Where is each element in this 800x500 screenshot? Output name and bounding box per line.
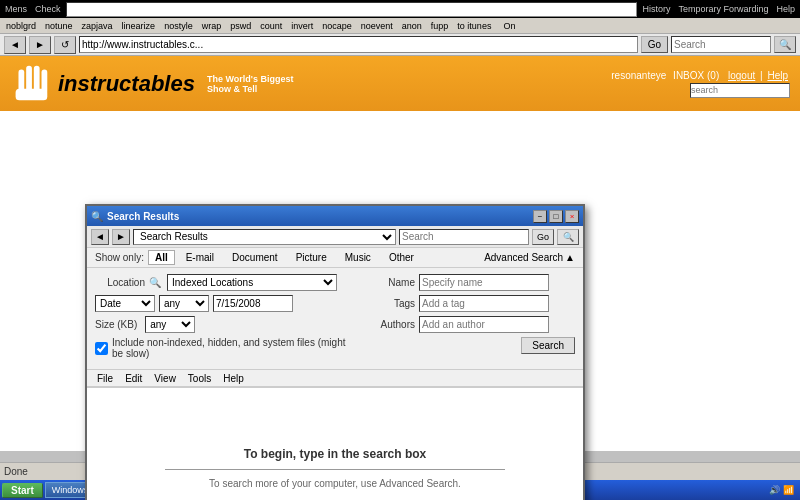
search-content-area: To begin, type in the search box To sear… (87, 387, 583, 500)
size-label: Size (KB) (95, 319, 137, 330)
tab-picture[interactable]: Picture (289, 250, 334, 265)
tagline-line2: Show & Tell (207, 84, 293, 94)
menu-file[interactable]: File (91, 372, 119, 385)
start-button[interactable]: Start (2, 483, 43, 498)
tagline-line1: The World's Biggest (207, 74, 293, 84)
date-input[interactable] (213, 295, 293, 312)
location-label: Location (95, 277, 145, 288)
on-label: On (500, 20, 518, 32)
show-only-bar: Show only: All E-mail Document Picture M… (87, 248, 583, 268)
menu-check[interactable]: Check (32, 3, 64, 15)
authors-row: Authors (375, 316, 575, 333)
size-any-select[interactable]: any (145, 316, 195, 333)
menu-view[interactable]: View (148, 372, 182, 385)
forward-btn[interactable]: ► (29, 36, 51, 54)
menu-history[interactable]: History (639, 3, 673, 15)
search-prompt: To begin, type in the search box (244, 447, 426, 461)
menu-mens[interactable]: Mens (2, 3, 30, 15)
tags-label: Tags (375, 298, 415, 309)
logout-link[interactable]: logout (728, 70, 755, 81)
authors-input[interactable] (419, 316, 549, 333)
dialog-icon: 🔍 (91, 211, 103, 222)
header-search (690, 83, 790, 98)
inbox-label[interactable]: INBOX (0) (673, 70, 719, 81)
bookmark-nocape[interactable]: nocape (318, 19, 356, 33)
name-input[interactable] (419, 274, 549, 291)
date-type-select[interactable]: Date (95, 295, 155, 312)
show-only-label: Show only: (95, 252, 144, 263)
search-go-btn[interactable]: Go (532, 229, 554, 245)
bookmark-to itunes[interactable]: to itunes (453, 19, 495, 33)
bookmark-notune[interactable]: notune (41, 19, 77, 33)
bookmark-zapjava[interactable]: zapjava (78, 19, 117, 33)
search-form: Location 🔍 Indexed Locations Date any (87, 268, 583, 369)
header-search-input[interactable] (690, 83, 790, 98)
location-row: Location 🔍 Indexed Locations (95, 274, 355, 291)
tab-dropdown[interactable]: Search Results (133, 229, 396, 245)
checkbox-row: Include non-indexed, hidden, and system … (95, 337, 355, 359)
browser-search-btn[interactable]: 🔍 (774, 36, 796, 53)
location-select[interactable]: Indexed Locations (167, 274, 337, 291)
menu-tools[interactable]: Tools (182, 372, 217, 385)
include-hidden-checkbox[interactable] (95, 342, 108, 355)
bookmark-linearize[interactable]: linearize (118, 19, 160, 33)
logo-area: instructables The World's Biggest Show &… (10, 60, 293, 108)
tab-all[interactable]: All (148, 250, 175, 265)
go-btn[interactable]: Go (641, 36, 668, 53)
menu-help[interactable]: Help (217, 372, 250, 385)
browser-search-input[interactable] (671, 36, 771, 53)
svg-rect-4 (16, 88, 48, 100)
menu-forwarding[interactable]: Temporary Forwarding (675, 3, 771, 15)
checkbox-label: Include non-indexed, hidden, and system … (112, 337, 355, 359)
size-row: Size (KB) any (95, 316, 355, 333)
tab-email[interactable]: E-mail (179, 250, 221, 265)
bookmark-nostyle[interactable]: nostyle (160, 19, 197, 33)
search-box[interactable] (399, 229, 529, 245)
authors-label: Authors (375, 319, 415, 330)
fwd-nav-btn[interactable]: ► (112, 229, 130, 245)
search-results-dialog: 🔍 Search Results − □ × ◄ ► Search Result… (85, 204, 585, 500)
tab-music[interactable]: Music (338, 250, 378, 265)
dialog-titlebar: 🔍 Search Results − □ × (87, 206, 583, 226)
search-hint: To search more of your computer, use Adv… (209, 478, 461, 489)
search-button[interactable]: Search (521, 337, 575, 354)
bookmark-count[interactable]: count (256, 19, 286, 33)
bookmark-noevent[interactable]: noevent (357, 19, 397, 33)
bookmark-pswd[interactable]: pswd (226, 19, 255, 33)
tab-other[interactable]: Other (382, 250, 421, 265)
logo-text: instructables (58, 71, 195, 97)
search-toolbar: ◄ ► Search Results Go 🔍 (87, 226, 583, 248)
menu-edit[interactable]: Edit (119, 372, 148, 385)
tab-document[interactable]: Document (225, 250, 285, 265)
search-divider (165, 469, 505, 470)
reload-btn[interactable]: ↺ (54, 36, 76, 54)
system-icons: 🔊 📶 (769, 485, 794, 495)
date-any-select[interactable]: any (159, 295, 209, 312)
maximize-btn[interactable]: □ (549, 210, 563, 223)
back-nav-btn[interactable]: ◄ (91, 229, 109, 245)
minimize-btn[interactable]: − (533, 210, 547, 223)
advanced-search-btn[interactable]: Advanced Search ▲ (484, 252, 575, 263)
address-bar[interactable] (79, 36, 638, 53)
bookmark-noblgrd[interactable]: noblgrd (2, 19, 40, 33)
bookmark-anon[interactable]: anon (398, 19, 426, 33)
close-btn[interactable]: × (565, 210, 579, 223)
dialog-title: Search Results (107, 211, 529, 222)
hand-logo-icon (10, 60, 50, 108)
back-btn[interactable]: ◄ (4, 36, 26, 54)
advanced-search-label: Advanced Search (484, 252, 563, 263)
date-row: Date any (95, 295, 355, 312)
bookmark-invert[interactable]: invert (287, 19, 317, 33)
header-right: resonanteye INBOX (0) logout | Help (611, 70, 790, 98)
tags-input[interactable] (419, 295, 549, 312)
random-email-input[interactable] (66, 2, 638, 17)
help-link[interactable]: Help (767, 70, 788, 81)
bookmark-wrap[interactable]: wrap (198, 19, 226, 33)
browser-menubar: Mens Check History Temporary Forwarding … (0, 0, 800, 18)
advanced-search-icon: ▲ (565, 252, 575, 263)
bookmark-fupp[interactable]: fupp (427, 19, 453, 33)
menu-help-browser[interactable]: Help (773, 3, 798, 15)
username-label: resonanteye (611, 70, 666, 81)
search-icon-btn[interactable]: 🔍 (557, 229, 579, 245)
name-label: Name (375, 277, 415, 288)
